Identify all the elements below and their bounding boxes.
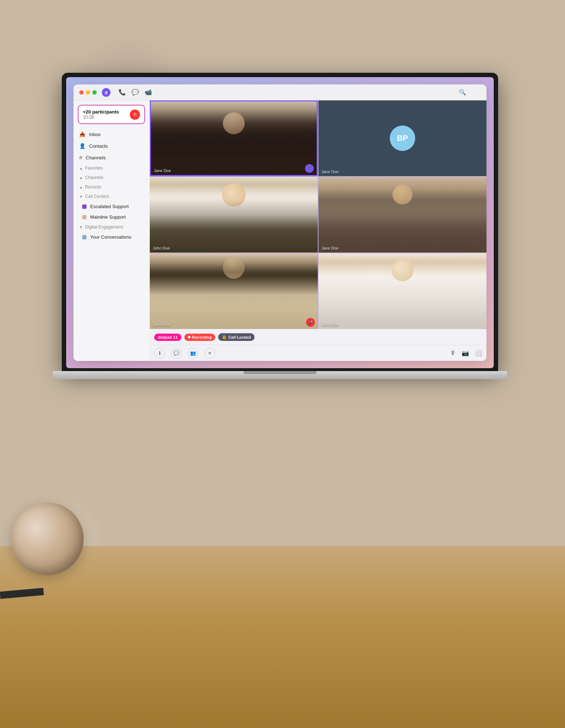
video-label-5: Jane Doe [153, 322, 170, 327]
maximize-button[interactable] [92, 90, 97, 95]
video-tile-1[interactable]: Jane Doe 🎵 [150, 100, 318, 176]
active-call-card[interactable]: +20 participants 10:28 ✆ [78, 105, 145, 124]
person-video-6 [318, 253, 486, 329]
search-icon[interactable]: 🔍 [459, 89, 466, 96]
channels-section[interactable]: ▲ Channels [73, 173, 149, 182]
video-tile-6[interactable]: John Doe [318, 253, 486, 329]
toolbar-right-group: 🎙 📷 ⬜ [450, 350, 482, 357]
sidebar-item-inbox[interactable]: 📥 Inbox [73, 128, 149, 140]
contacts-icon: 👤 [79, 143, 85, 149]
person-video-3 [150, 177, 318, 252]
your-conversations-dot [82, 235, 87, 239]
video-label-6: John Doe [321, 322, 338, 327]
chat-icon[interactable]: 💬 [132, 89, 139, 96]
recording-label: Recording [192, 335, 212, 339]
video-grid: Jane Doe 🎵 BP Jane Doe [150, 100, 486, 329]
toolbar-left-group: ℹ 💬 👥 ≡ [154, 348, 215, 359]
digital-engagement-section[interactable]: ▼ Digital Engagement [73, 222, 149, 232]
channels-section-label: Channels [85, 175, 104, 180]
info-icon: ℹ [159, 350, 161, 356]
sidebar-inbox-label: Inbox [89, 132, 101, 137]
phone-hangup-icon: ✆ [133, 112, 137, 117]
video-tile-5[interactable]: Jane Doe 🎤 [150, 253, 318, 329]
video-label-2: Jane Doe [321, 170, 338, 174]
participants-icon: 👥 [190, 350, 196, 356]
chevron-up-icon-2: ▲ [79, 176, 83, 180]
person-video-5 [150, 253, 318, 329]
mute-icon: 🎤 [306, 318, 315, 327]
hash-icon: # [79, 155, 82, 160]
call-timer: 10:28 [83, 115, 130, 120]
video-label-1: Jane Doe [154, 168, 171, 173]
participants-button[interactable]: 👥 [188, 348, 199, 359]
sidebar-channels-label: Channels [86, 155, 106, 160]
favorites-label: Favorites [85, 166, 103, 171]
sidebar-item-mainline-support[interactable]: Mainline Support [73, 212, 149, 222]
sidebar-item-escalated-support[interactable]: Escalated Support [73, 201, 149, 212]
recents-label: Recents [85, 184, 101, 190]
audio-active-icon: 🎵 [305, 164, 314, 173]
inbox-icon: 📥 [79, 131, 85, 137]
main-area: +20 participants 10:28 ✆ 📥 Inbox [73, 100, 486, 361]
laptop: d 📞 💬 📹 🔍 [44, 73, 516, 379]
digital-engagement-label: Digital Engagement [85, 224, 123, 230]
screen-share-button[interactable]: ⬜ [475, 350, 482, 357]
video-label-4: Jane Doe [321, 246, 338, 250]
video-label-3: John Doe [153, 246, 170, 250]
sidebar-contacts-label: Contacts [89, 143, 108, 149]
sidebar-item-channels[interactable]: # Channels [73, 152, 149, 163]
call-participants-label: +20 participants [83, 109, 130, 115]
phone-icon[interactable]: 📞 [119, 89, 126, 96]
bottom-toolbar: ℹ 💬 👥 ≡ [150, 345, 486, 361]
lock-icon: 🔒 [222, 335, 227, 339]
call-locked-label: Call Locked [228, 335, 251, 339]
record-dot-icon [188, 336, 191, 338]
desk-surface [0, 546, 565, 728]
hangup-button[interactable]: ✆ [130, 110, 140, 120]
dialpad-logo: d [101, 87, 111, 98]
video-icon[interactable]: 📹 [145, 89, 152, 96]
info-button[interactable]: ℹ [154, 348, 165, 359]
call-centers-section[interactable]: ▼ Call Centers [73, 192, 149, 201]
video-tile-3[interactable]: John Doe [150, 177, 318, 252]
traffic-lights [79, 90, 97, 95]
laptop-base [53, 371, 507, 379]
video-toggle-button[interactable]: 📷 [462, 350, 469, 357]
video-tile-2[interactable]: BP Jane Doe [318, 100, 486, 176]
recording-badge: Recording [184, 334, 215, 341]
laptop-hinge [244, 371, 316, 374]
chat-bubble-icon: 💬 [173, 350, 179, 356]
escalated-support-label: Escalated Support [90, 204, 129, 209]
video-area: Jane Doe 🎵 BP Jane Doe [150, 100, 486, 361]
mute-button[interactable]: 🎙 [450, 350, 456, 357]
avatar-bp: BP [390, 126, 415, 151]
dialpad-badge-count: 11 [173, 335, 178, 339]
chevron-up-icon-3: ▲ [79, 185, 83, 189]
favorites-section[interactable]: ▲ Favorites [73, 163, 149, 173]
decorative-sphere [11, 502, 84, 575]
dialpad-badge: dialpad 11 [154, 334, 181, 341]
call-info: +20 participants 10:28 [83, 109, 130, 120]
mainline-support-dot [82, 215, 87, 219]
chevron-down-icon-2: ▼ [79, 225, 83, 229]
your-conversations-label: Your Conversations [90, 234, 131, 240]
close-button[interactable] [79, 90, 84, 95]
person-video-4 [318, 177, 486, 252]
chevron-down-icon: ▼ [79, 195, 83, 199]
title-bar: d 📞 💬 📹 🔍 [73, 84, 486, 100]
dialpad-badge-label: dialpad [158, 335, 172, 339]
recents-section[interactable]: ▲ Recents [73, 182, 149, 192]
person-avatar-2: BP [318, 100, 486, 176]
call-locked-badge: 🔒 Call Locked [218, 333, 255, 341]
chevron-up-icon: ▲ [79, 166, 83, 170]
minimize-button[interactable] [86, 90, 90, 95]
settings-button[interactable]: ≡ [204, 348, 215, 359]
chat-button[interactable]: 💬 [171, 348, 182, 359]
video-tile-4[interactable]: Jane Doe [318, 177, 486, 252]
screen-content: d 📞 💬 📹 🔍 [66, 77, 494, 368]
title-bar-icons: 📞 💬 📹 [119, 89, 152, 96]
sidebar-item-contacts[interactable]: 👤 Contacts [73, 140, 149, 152]
status-bar: dialpad 11 Recording 🔒 Call Locked [150, 329, 486, 345]
sidebar-item-your-conversations[interactable]: Your Conversations [73, 232, 149, 242]
escalated-support-dot [82, 204, 87, 209]
